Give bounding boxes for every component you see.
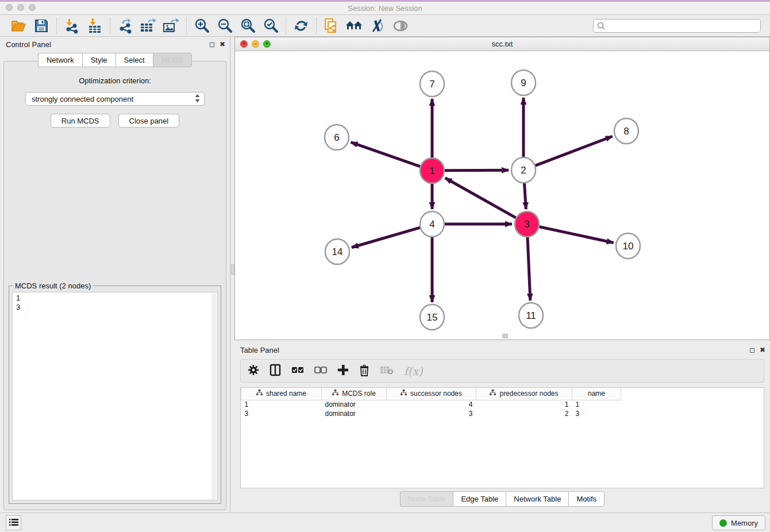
memory-button[interactable]: Memory [712, 515, 765, 530]
table-cell[interactable]: 1 [241, 400, 322, 409]
close-panel-icon[interactable]: ✖ [220, 41, 225, 48]
tab-network-table[interactable]: Network Table [506, 491, 568, 507]
import-table-button[interactable] [86, 17, 103, 34]
close-panel-button[interactable]: Close panel [118, 114, 180, 128]
edge-3-1[interactable] [445, 178, 517, 218]
open-file-button[interactable] [10, 17, 27, 34]
tab-edge-table[interactable]: Edge Table [453, 491, 506, 507]
clone-network-icon [323, 17, 340, 34]
node-table[interactable]: shared nameMCDS rolesuccessor nodesprede… [240, 387, 764, 488]
table-cell[interactable]: dominator [322, 409, 387, 418]
zoom-fit-button[interactable] [239, 17, 256, 34]
graph-node-14[interactable]: 14 [325, 239, 349, 264]
edge-3-11[interactable] [528, 236, 530, 300]
edge-3-10[interactable] [539, 226, 614, 242]
toolbar-separator [286, 18, 286, 34]
zoom-in-button[interactable] [193, 17, 210, 34]
clone-network-button[interactable] [323, 17, 340, 34]
tab-motifs[interactable]: Motifs [568, 491, 605, 507]
optimization-criterion-select[interactable]: strongly connected component [25, 92, 205, 106]
mcds-result-list[interactable]: 13 [12, 292, 218, 500]
column-label: successor nodes [410, 390, 462, 398]
checked-boxes-icon [291, 366, 304, 376]
show-all-networks-button[interactable] [346, 17, 363, 34]
edge-1-6[interactable] [351, 142, 421, 167]
graph-node-8[interactable]: 8 [614, 118, 638, 144]
table-cell[interactable]: 4 [387, 400, 476, 409]
task-history-button[interactable] [6, 515, 21, 530]
node-label: 3 [524, 219, 529, 230]
network-window-titlebar[interactable]: ✕ – + scc.txt [235, 37, 769, 51]
select-all-button[interactable] [291, 366, 304, 376]
column-header-predecessor-nodes[interactable]: predecessor nodes [476, 388, 572, 400]
application-window: Session: New Session [0, 0, 770, 532]
graph-node-11[interactable]: 11 [519, 303, 543, 328]
table-row[interactable]: 3dominator323 [241, 409, 621, 418]
export-table-button[interactable] [140, 17, 157, 34]
delete-column-button[interactable] [359, 364, 369, 378]
graph-node-3[interactable]: 3 [515, 211, 539, 237]
tab-select[interactable]: Select [116, 53, 153, 67]
graph-node-2[interactable]: 2 [511, 157, 536, 183]
table-cell[interactable]: dominator [322, 400, 387, 409]
zoom-out-icon [217, 18, 233, 34]
deselect-all-button[interactable] [314, 366, 327, 376]
table-cell[interactable]: 2 [476, 409, 572, 418]
float-table-panel-icon[interactable]: ◻ [749, 346, 755, 353]
result-scrollbar[interactable] [211, 293, 217, 499]
tab-style[interactable]: Style [82, 53, 116, 67]
result-line: 3 [16, 303, 209, 312]
optimization-criterion-label: Optimization criterion: [9, 76, 221, 85]
save-session-button[interactable] [33, 17, 50, 34]
tab-mcds[interactable]: MCDS [153, 53, 192, 67]
panel-splitter[interactable] [230, 37, 234, 512]
export-network-button[interactable] [117, 17, 134, 34]
zoom-out-button[interactable] [216, 17, 233, 34]
import-table-icon [87, 18, 103, 34]
import-network-button[interactable] [63, 17, 80, 34]
mcds-result-legend: MCDS result (2 nodes) [13, 282, 93, 290]
network-resize-handle[interactable] [502, 334, 508, 338]
node-label: 6 [334, 132, 339, 143]
delete-table-button [380, 365, 394, 377]
network-canvas[interactable]: 1234678910111415 [235, 51, 769, 340]
column-header-shared-name[interactable]: shared name [241, 388, 322, 400]
graph-node-9[interactable]: 9 [511, 70, 536, 95]
graph-node-7[interactable]: 7 [420, 71, 444, 97]
column-header-successor-nodes[interactable]: successor nodes [387, 388, 476, 400]
edge-2-8[interactable] [535, 136, 613, 165]
graph-node-15[interactable]: 15 [420, 304, 444, 330]
column-settings-button[interactable] [248, 364, 259, 377]
tab-node-table[interactable]: Node Table [400, 491, 453, 507]
graph-node-4[interactable]: 4 [420, 211, 444, 237]
tab-network[interactable]: Network [38, 53, 82, 67]
edge-1-2[interactable] [444, 170, 509, 171]
hide-graphics-details-button[interactable] [369, 17, 386, 34]
edge-2-3[interactable] [524, 182, 526, 209]
table-row[interactable]: 1dominator411 [241, 400, 621, 409]
table-cell[interactable]: 3 [572, 409, 621, 418]
run-mcds-button[interactable]: Run MCDS [51, 114, 110, 128]
zoom-selected-button[interactable] [262, 17, 279, 34]
column-header-MCDS-role[interactable]: MCDS role [322, 388, 387, 400]
refresh-layout-button[interactable] [292, 17, 310, 34]
table-cell[interactable]: 1 [572, 400, 621, 409]
export-image-button[interactable] [163, 17, 180, 34]
close-table-panel-icon[interactable]: ✖ [760, 346, 765, 353]
graph-node-1[interactable]: 1 [420, 158, 444, 183]
search-input[interactable] [593, 19, 761, 33]
table-cell[interactable]: 1 [476, 400, 572, 409]
column-header-name[interactable]: name [572, 388, 621, 400]
toolbar-separator [186, 18, 187, 34]
zoom-fit-icon [240, 18, 256, 34]
graph-node-6[interactable]: 6 [325, 125, 349, 150]
show-columns-button[interactable] [270, 364, 281, 378]
create-column-button[interactable] [337, 364, 349, 377]
edge-4-14[interactable] [352, 228, 421, 248]
show-graphics-details-button[interactable] [392, 17, 409, 34]
node-label: 9 [521, 78, 526, 88]
table-cell[interactable]: 3 [241, 409, 322, 418]
table-cell[interactable]: 3 [387, 409, 476, 418]
graph-node-10[interactable]: 10 [616, 233, 640, 259]
float-panel-icon[interactable]: ◻ [209, 41, 215, 48]
